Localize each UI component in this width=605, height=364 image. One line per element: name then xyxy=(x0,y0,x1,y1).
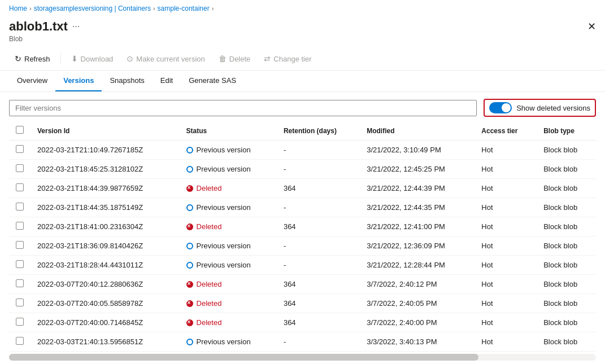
show-deleted-toggle[interactable] xyxy=(489,102,512,113)
modified-cell: 3/21/2022, 12:45:25 PM xyxy=(360,160,475,179)
row-checkbox-9[interactable] xyxy=(16,318,24,326)
select-all-checkbox[interactable] xyxy=(16,126,24,134)
tab-overview[interactable]: Overview xyxy=(9,71,55,91)
breadcrumb-home[interactable]: Home xyxy=(9,5,27,12)
status-cell: Previous version xyxy=(180,332,277,352)
delete-button[interactable]: 🗑 Delete xyxy=(213,51,256,67)
table-row: 2022-03-21T21:10:49.7267185ZPrevious ver… xyxy=(9,141,596,160)
version-id-cell: 2022-03-21T18:28:44.4431011Z xyxy=(31,256,180,275)
col-retention: Retention (days) xyxy=(277,121,360,141)
blob-type-cell: Block blob xyxy=(537,256,596,275)
download-button[interactable]: ⬇ Download xyxy=(66,51,119,67)
access-tier-cell: Hot xyxy=(475,256,537,275)
row-checkbox-0[interactable] xyxy=(16,145,24,153)
blob-type-cell: Block blob xyxy=(537,160,596,179)
col-access-tier: Access tier xyxy=(475,121,537,141)
version-id-cell: 2022-03-07T20:40:12.2880636Z xyxy=(31,275,180,294)
retention-cell: - xyxy=(277,332,360,352)
toolbar: ↻ Refresh ⬇ Download ⊙ Make current vers… xyxy=(0,47,605,71)
retention-cell: 364 xyxy=(277,313,360,332)
retention-cell: - xyxy=(277,141,360,160)
tab-snapshots[interactable]: Snapshots xyxy=(102,71,152,91)
version-id-cell: 2022-03-03T21:40:13.5956851Z xyxy=(31,332,180,352)
status-dot-deleted xyxy=(186,300,193,307)
status-label: Deleted xyxy=(197,184,222,192)
row-checkbox-2[interactable] xyxy=(16,183,24,191)
filter-versions-input[interactable] xyxy=(9,100,477,116)
row-checkbox-8[interactable] xyxy=(16,299,24,306)
retention-cell: - xyxy=(277,256,360,275)
retention-cell: 364 xyxy=(277,294,360,313)
blob-type-cell: Block blob xyxy=(537,275,596,294)
status-cell: Previous version xyxy=(180,160,277,179)
row-checkbox-10[interactable] xyxy=(16,337,24,345)
tab-generate-sas[interactable]: Generate SAS xyxy=(181,71,244,91)
version-id-cell: 2022-03-21T18:36:09.8140426Z xyxy=(31,236,180,256)
row-checkbox-6[interactable] xyxy=(16,260,24,268)
show-deleted-toggle-group: Show deleted versions xyxy=(484,99,596,117)
tab-versions[interactable]: Versions xyxy=(55,71,102,91)
horizontal-scrollbar[interactable] xyxy=(9,354,596,361)
version-id-cell: 2022-03-21T18:45:25.3128102Z xyxy=(31,160,180,179)
modified-cell: 3/21/2022, 12:44:35 PM xyxy=(360,198,475,217)
col-version-id: Version Id xyxy=(31,121,180,141)
modified-cell: 3/3/2022, 3:40:13 PM xyxy=(360,332,475,352)
table-row: 2022-03-07T20:40:05.5858978ZDeleted3643/… xyxy=(9,294,596,313)
modified-cell: 3/21/2022, 12:28:44 PM xyxy=(360,256,475,275)
refresh-button[interactable]: ↻ Refresh xyxy=(9,51,56,67)
close-button[interactable]: ✕ xyxy=(587,20,596,33)
status-label: Deleted xyxy=(197,299,222,308)
access-tier-cell: Hot xyxy=(475,160,537,179)
row-checkbox-4[interactable] xyxy=(16,222,24,230)
versions-table: Version Id Status Retention (days) Modif… xyxy=(9,121,596,352)
title-subtitle: Blob xyxy=(9,35,596,43)
row-checkbox-5[interactable] xyxy=(16,241,24,249)
status-label: Deleted xyxy=(197,222,222,231)
retention-cell: - xyxy=(277,160,360,179)
status-label: Previous version xyxy=(197,203,251,212)
status-cell: Previous version xyxy=(180,198,277,217)
breadcrumb: Home › storagesamplesversioning | Contai… xyxy=(0,0,605,17)
table-row: 2022-03-03T21:40:13.5956851ZPrevious ver… xyxy=(9,332,596,352)
version-id-cell: 2022-03-07T20:40:05.5858978Z xyxy=(31,294,180,313)
status-dot-deleted xyxy=(186,281,193,288)
make-current-icon: ⊙ xyxy=(127,54,133,63)
status-dot-previous xyxy=(186,262,193,269)
tab-edit[interactable]: Edit xyxy=(153,71,181,91)
status-cell: Previous version xyxy=(180,141,277,160)
retention-cell: - xyxy=(277,236,360,256)
retention-cell: - xyxy=(277,198,360,217)
access-tier-cell: Hot xyxy=(475,198,537,217)
row-checkbox-3[interactable] xyxy=(16,203,24,210)
status-dot-previous xyxy=(186,147,193,154)
show-deleted-label: Show deleted versions xyxy=(516,104,590,112)
make-current-version-button[interactable]: ⊙ Make current version xyxy=(121,51,210,67)
breadcrumb-container[interactable]: sample-container xyxy=(158,5,210,12)
access-tier-cell: Hot xyxy=(475,275,537,294)
modified-cell: 3/21/2022, 3:10:49 PM xyxy=(360,141,475,160)
page-title: ablob1.txt xyxy=(9,19,68,34)
title-more-button[interactable]: ··· xyxy=(72,21,80,32)
version-id-cell: 2022-03-21T18:44:35.1875149Z xyxy=(31,198,180,217)
blob-type-cell: Block blob xyxy=(537,313,596,332)
status-cell: Deleted xyxy=(180,217,277,236)
row-checkbox-7[interactable] xyxy=(16,279,24,287)
retention-cell: 364 xyxy=(277,179,360,198)
row-checkbox-1[interactable] xyxy=(16,164,24,172)
col-blob-type: Blob type xyxy=(537,121,596,141)
breadcrumb-storage[interactable]: storagesamplesversioning | Containers xyxy=(34,5,151,12)
retention-cell: 364 xyxy=(277,217,360,236)
status-dot-previous xyxy=(186,243,193,249)
status-cell: Deleted xyxy=(180,294,277,313)
toolbar-separator xyxy=(60,53,61,64)
status-label: Previous version xyxy=(197,261,251,269)
change-tier-button[interactable]: ⇄ Change tier xyxy=(258,51,317,67)
blob-type-cell: Block blob xyxy=(537,141,596,160)
scrollbar-thumb xyxy=(9,354,478,361)
table-row: 2022-03-21T18:41:00.2316304ZDeleted3643/… xyxy=(9,217,596,236)
status-label: Previous version xyxy=(197,242,251,250)
status-cell: Deleted xyxy=(180,179,277,198)
blob-type-cell: Block blob xyxy=(537,198,596,217)
tabs-bar: Overview Versions Snapshots Edit Generat… xyxy=(0,71,605,92)
status-cell: Previous version xyxy=(180,236,277,256)
